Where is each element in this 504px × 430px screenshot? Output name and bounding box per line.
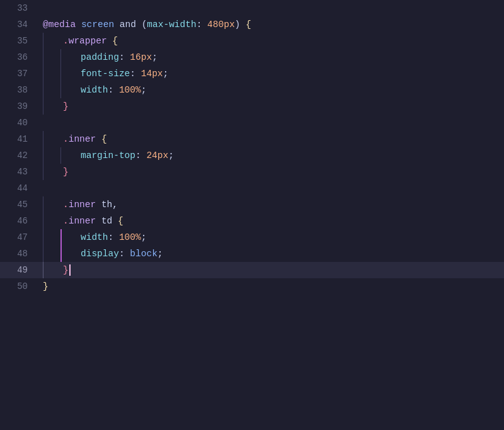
token-brace: } — [63, 262, 69, 278]
line-content — [38, 0, 504, 16]
code-line-37: 37 font-size: 14px; — [0, 65, 504, 82]
token-value: block — [130, 246, 158, 262]
code-lines: 33 34 @media screen and (max-width: 480p… — [0, 0, 504, 295]
line-number: 49 — [0, 262, 38, 278]
line-content: } — [38, 278, 504, 295]
line-content: font-size: 14px; — [38, 65, 504, 82]
code-line-39: 39 } — [0, 98, 504, 115]
token-selector-name: inner — [69, 196, 96, 213]
indent-guide — [43, 82, 60, 98]
line-content: width: 100%; — [38, 229, 504, 246]
code-line-38: 38 width: 100%; — [0, 82, 504, 98]
indent-guide — [43, 49, 60, 65]
line-content: } — [38, 164, 504, 180]
token-selector: . — [63, 33, 69, 49]
token-property: display — [81, 246, 119, 262]
token-property: padding — [81, 49, 119, 65]
indent-guide — [43, 229, 60, 246]
code-line-41: 41 .inner { — [0, 131, 504, 147]
token-brace: } — [43, 278, 49, 295]
code-line-33: 33 — [0, 0, 504, 16]
indent-guide-active — [60, 229, 78, 246]
token-value: 100% — [119, 82, 141, 98]
line-content: @media screen and (max-width: 480px) { — [38, 16, 504, 33]
line-number: 44 — [0, 180, 38, 196]
indent-guide — [43, 131, 60, 147]
token-keyword: screen — [81, 16, 114, 33]
token-property: width — [81, 82, 108, 98]
token-value: 100% — [119, 229, 141, 246]
indent-guide — [43, 65, 60, 82]
indent-guide — [43, 262, 60, 278]
text-cursor — [69, 264, 71, 276]
token-property: width — [81, 229, 108, 246]
line-content: } — [38, 262, 504, 278]
token-value: 16px — [130, 49, 152, 65]
indent-guide — [60, 82, 78, 98]
line-content: .inner { — [38, 131, 504, 147]
token-selector: . — [63, 196, 69, 213]
token-value: 24px — [146, 147, 168, 164]
token-selector: . — [63, 131, 69, 147]
line-content: display: block; — [38, 246, 504, 262]
code-editor: 33 34 @media screen and (max-width: 480p… — [0, 0, 504, 430]
code-line-47: 47 width: 100%; — [0, 229, 504, 246]
indent-guide — [43, 164, 60, 180]
token-selector-name: wrapper — [69, 33, 107, 49]
line-number: 35 — [0, 33, 38, 49]
code-line-44: 44 — [0, 180, 504, 196]
line-number: 43 — [0, 164, 38, 180]
line-number: 48 — [0, 246, 38, 262]
token-property: font-size — [81, 65, 130, 82]
line-content — [38, 115, 504, 131]
line-content: .wrapper { — [38, 33, 504, 49]
line-content: .inner th, — [38, 196, 504, 213]
line-number: 50 — [0, 278, 38, 295]
code-line-43: 43 } — [0, 164, 504, 180]
line-number: 39 — [0, 98, 38, 115]
indent-guide — [43, 196, 60, 213]
token-value: 14px — [141, 65, 163, 82]
code-line-42: 42 margin-top: 24px; — [0, 147, 504, 164]
indent-guide — [60, 49, 78, 65]
token-brace: } — [63, 98, 69, 115]
line-number: 37 — [0, 65, 38, 82]
indent-guide — [43, 98, 60, 115]
code-line-46: 46 .inner td { — [0, 213, 504, 229]
line-number: 46 — [0, 213, 38, 229]
line-number: 41 — [0, 131, 38, 147]
line-content: .inner td { — [38, 213, 504, 229]
line-number: 45 — [0, 196, 38, 213]
line-content: margin-top: 24px; — [38, 147, 504, 164]
token-selector: . — [63, 213, 69, 229]
token-at-rule: @media — [43, 16, 76, 33]
code-line-34: 34 @media screen and (max-width: 480px) … — [0, 16, 504, 33]
token-property: margin-top — [81, 147, 135, 164]
indent-guide — [43, 213, 60, 229]
line-number: 47 — [0, 229, 38, 246]
line-number: 33 — [0, 0, 38, 16]
token-selector-name: inner — [69, 131, 96, 147]
token-selector-name: inner — [69, 213, 96, 229]
code-line-35: 35 .wrapper { — [0, 33, 504, 49]
code-line-49: 49 } — [0, 262, 504, 278]
line-number: 40 — [0, 115, 38, 131]
line-content: padding: 16px; — [38, 49, 504, 65]
line-number: 42 — [0, 147, 38, 164]
line-number: 34 — [0, 16, 38, 33]
line-content — [38, 180, 504, 196]
token-brace: } — [63, 164, 69, 180]
line-number: 36 — [0, 49, 38, 65]
code-line-40: 40 — [0, 115, 504, 131]
line-content: } — [38, 98, 504, 115]
code-line-50: 50 } — [0, 278, 504, 295]
indent-guide-active — [60, 246, 78, 262]
indent-guide — [60, 65, 78, 82]
indent-guide — [43, 246, 60, 262]
line-number: 38 — [0, 82, 38, 98]
code-line-36: 36 padding: 16px; — [0, 49, 504, 65]
code-line-45: 45 .inner th, — [0, 196, 504, 213]
indent-guide — [43, 33, 60, 49]
code-line-48: 48 display: block; — [0, 246, 504, 262]
indent-guide — [60, 147, 78, 164]
